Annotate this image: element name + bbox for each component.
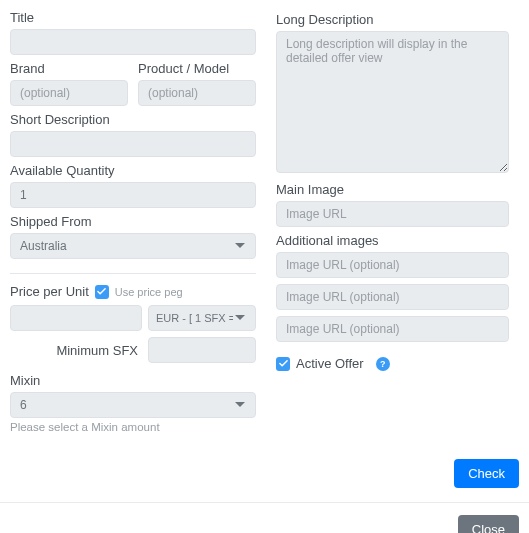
use-peg-checkbox[interactable]: [95, 285, 109, 299]
info-icon[interactable]: ?: [376, 357, 390, 371]
additional-image-input-3[interactable]: [276, 316, 509, 342]
active-offer-checkbox[interactable]: [276, 357, 290, 371]
min-sfx-label: Minimum SFX: [56, 343, 138, 358]
brand-label: Brand: [10, 61, 128, 76]
close-button[interactable]: Close: [458, 515, 519, 533]
title-input[interactable]: [10, 29, 256, 55]
shipped-label: Shipped From: [10, 214, 256, 229]
shipped-select[interactable]: Australia: [10, 233, 256, 259]
mixin-label: Mixin: [10, 373, 256, 388]
long-desc-label: Long Description: [276, 12, 509, 27]
price-label: Price per Unit: [10, 284, 89, 299]
additional-image-input-1[interactable]: [276, 252, 509, 278]
title-label: Title: [10, 10, 256, 25]
additional-images-label: Additional images: [276, 233, 509, 248]
use-peg-label: Use price peg: [115, 286, 183, 298]
product-input[interactable]: [138, 80, 256, 106]
check-icon: [97, 287, 106, 296]
additional-image-input-2[interactable]: [276, 284, 509, 310]
product-label: Product / Model: [138, 61, 256, 76]
qty-label: Available Quantity: [10, 163, 256, 178]
main-image-input[interactable]: [276, 201, 509, 227]
active-offer-label: Active Offer: [296, 356, 364, 371]
short-desc-label: Short Description: [10, 112, 256, 127]
mixin-select[interactable]: 6: [10, 392, 256, 418]
divider: [10, 273, 256, 274]
check-icon: [279, 359, 288, 368]
short-desc-input[interactable]: [10, 131, 256, 157]
brand-input[interactable]: [10, 80, 128, 106]
mixin-help: Please select a Mixin amount: [10, 421, 256, 433]
price-input[interactable]: [10, 305, 142, 331]
min-sfx-input[interactable]: [148, 337, 256, 363]
main-image-label: Main Image: [276, 182, 509, 197]
currency-select[interactable]: EUR - [ 1 SFX = 0.013: [148, 305, 256, 331]
long-desc-textarea[interactable]: [276, 31, 509, 173]
qty-input[interactable]: [10, 182, 256, 208]
check-button[interactable]: Check: [454, 459, 519, 488]
